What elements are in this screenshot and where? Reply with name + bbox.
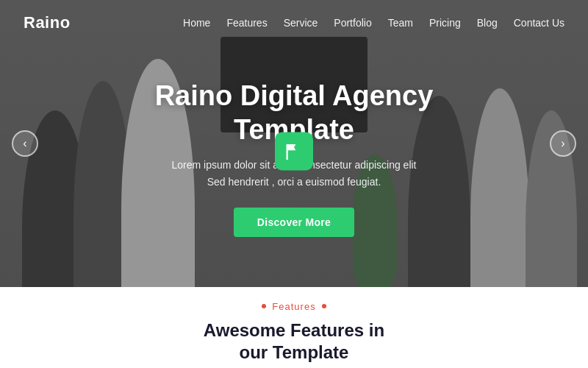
nav-link[interactable]: Service: [284, 17, 318, 29]
nav-link[interactable]: Blog: [477, 17, 498, 29]
svg-rect-0: [287, 144, 288, 160]
main-nav: HomeFeaturesServicePortfolioTeamPricingB…: [183, 16, 564, 29]
nav-link[interactable]: Home: [183, 17, 210, 29]
nav-item: Contact Us: [514, 16, 564, 29]
prev-slide-button[interactable]: ‹: [12, 130, 38, 157]
dot-right: [322, 304, 326, 308]
chevron-right-icon: ›: [561, 137, 564, 150]
nav-link[interactable]: Portfolio: [334, 17, 371, 29]
features-label-text: Features: [272, 301, 315, 312]
logo[interactable]: Raino: [24, 13, 71, 32]
chevron-left-icon: ‹: [23, 137, 26, 150]
nav-link[interactable]: Pricing: [429, 17, 461, 29]
features-heading: Awesome Features in our Template: [204, 319, 384, 364]
nav-item: Service: [284, 16, 318, 29]
nav-link[interactable]: Features: [226, 17, 267, 29]
features-label-row: Features: [262, 301, 326, 312]
dot-left: [262, 304, 266, 308]
flag-icon: [284, 141, 304, 161]
nav-item: Pricing: [429, 16, 461, 29]
next-slide-button[interactable]: ›: [550, 130, 576, 157]
nav-item: Team: [388, 16, 413, 29]
nav-item: Home: [183, 16, 210, 29]
hero-icon-badge: [275, 132, 313, 170]
nav-item: Features: [226, 16, 267, 29]
nav-item: Portfolio: [334, 16, 371, 29]
header: Raino HomeFeaturesServicePortfolioTeamPr…: [0, 0, 588, 46]
discover-more-button[interactable]: Discover More: [234, 208, 354, 237]
nav-link[interactable]: Team: [388, 17, 413, 29]
nav-item: Blog: [477, 16, 498, 29]
nav-link[interactable]: Contact Us: [514, 17, 564, 29]
features-section: Features Awesome Features in our Templat…: [0, 287, 588, 368]
